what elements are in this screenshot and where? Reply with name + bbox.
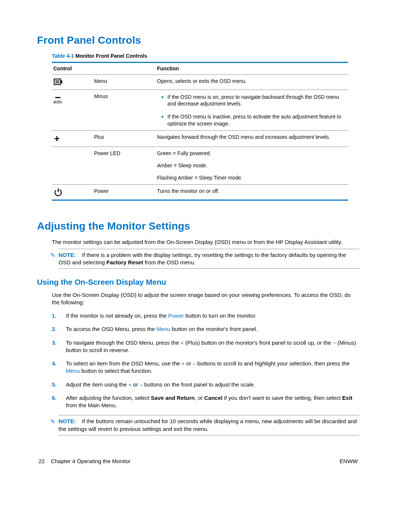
function-text: Green = Fully powered. [157, 150, 344, 157]
note-text: from the OSD menu. [145, 259, 196, 265]
step-item: If the monitor is not already on, press … [52, 312, 359, 319]
heading-using-osd-menu: Using the On-Screen Display Menu [37, 277, 359, 287]
note-bold: Factory Reset [106, 259, 143, 265]
step-item: To navigate through the OSD Menu, press … [52, 339, 359, 354]
control-name: Menu [93, 74, 156, 90]
function-text: Turns the monitor on or off. [157, 188, 344, 195]
function-text: Flashing Amber = Sleep Timer mode. [157, 174, 344, 181]
page-number: 22 [39, 458, 45, 464]
table-row: + Plus Navigates forward through the OSD… [52, 131, 348, 147]
note-block: ✎ NOTE: If there is a problem with the d… [59, 249, 359, 269]
table-caption-rest: Monitor Front Panel Controls [74, 53, 147, 59]
heading-adjusting-monitor-settings: Adjusting the Monitor Settings [37, 219, 359, 233]
note-label: NOTE: [59, 252, 76, 258]
function-bullet: If the OSD menu is on, press to navigate… [167, 93, 344, 108]
footer-right: ENWW [340, 458, 358, 465]
step-item: After adjusting the function, select Sav… [52, 394, 359, 409]
table-caption: Table 4-1 Monitor Front Panel Controls [52, 53, 359, 60]
note-icon: ✎ [50, 418, 55, 426]
controls-table: Control Function Menu Opens, selects or … [52, 62, 348, 201]
note-block: ✎ NOTE: If the buttons remain untouched … [59, 415, 359, 435]
step-item: To select an item from the OSD Menu, use… [52, 360, 359, 375]
note-text: If the buttons remain untouched for 10 s… [59, 418, 357, 432]
step-item: To access the OSD Menu, press the Menu b… [52, 325, 359, 333]
steps-list: If the monitor is not already on, press … [52, 312, 359, 409]
subsection-intro: Use the On-Screen Display (OSD) to adjus… [52, 291, 359, 307]
table-row: Power LED Green = Fully powered. Amber =… [52, 147, 348, 185]
control-name: Plus [93, 131, 156, 147]
section2-intro: The monitor settings can be adjusted fro… [52, 238, 359, 246]
col-header-function: Function [156, 62, 348, 74]
table-caption-prefix: Table 4-1 [52, 53, 74, 59]
menu-icon [53, 78, 89, 87]
control-name: Minus [93, 90, 156, 131]
note-text: If there is a problem with the display s… [59, 252, 346, 265]
chapter-label: Chapter 4 Operating the Monitor [51, 458, 130, 464]
table-row: auto Minus If the OSD menu is on, press … [52, 90, 348, 131]
note-icon: ✎ [50, 251, 55, 260]
minus-auto-icon: auto [53, 97, 62, 105]
function-text: Opens, selects or exits the OSD menu. [157, 78, 344, 85]
note-label: NOTE: [59, 418, 76, 424]
function-bullet: If the OSD menu is inactive, press to ac… [167, 113, 344, 127]
power-icon [53, 188, 89, 197]
control-name: Power [93, 184, 156, 200]
control-name: Power LED [93, 147, 156, 185]
function-text: Amber = Sleep mode. [157, 162, 344, 169]
step-item: Adjust the item using the + or – buttons… [52, 381, 359, 388]
table-row: Menu Opens, selects or exits the OSD men… [52, 74, 348, 90]
plus-icon: + [53, 133, 60, 144]
page-footer: 22 Chapter 4 Operating the Monitor ENWW [37, 458, 359, 465]
heading-front-panel-controls: Front Panel Controls [37, 33, 359, 47]
col-header-control: Control [52, 62, 156, 74]
table-row: Power Turns the monitor on or off. [52, 184, 348, 200]
function-text: Navigates forward through the OSD menu a… [157, 134, 344, 141]
